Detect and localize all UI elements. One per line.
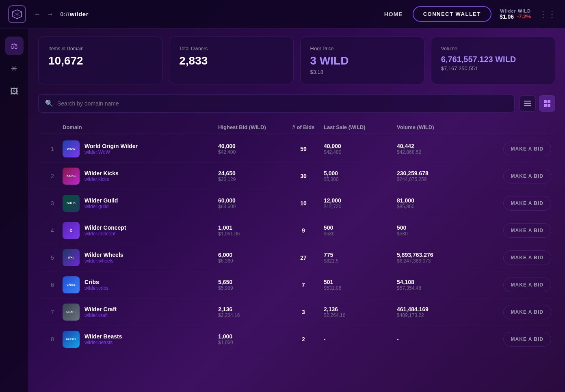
- stat-owners-label: Total Owners: [179, 46, 283, 52]
- sidebar-item-gallery[interactable]: 🖼: [5, 82, 24, 101]
- table-row[interactable]: 3 GUILD Wilder Guild wilder.guild 60,000…: [38, 190, 555, 217]
- volume-cell: 500 $530: [397, 224, 470, 237]
- table-row[interactable]: 7 CRAFT Wilder Craft wilder.craft 2,136 …: [38, 299, 555, 326]
- address-bar[interactable]: 0://wilder: [60, 11, 89, 17]
- wild-price-widget: Wilder WILD $1.06 -7.2%: [500, 9, 531, 20]
- forward-arrow[interactable]: →: [45, 10, 55, 19]
- domain-thumbnail: GUILD: [63, 195, 80, 212]
- action-cell: MAKE A BID: [470, 250, 551, 265]
- make-bid-button[interactable]: MAKE A BID: [503, 250, 551, 265]
- table-row[interactable]: 8 BEASTS Wilder Beasts wilder.beasts 1,0…: [38, 326, 555, 353]
- svg-rect-3: [544, 100, 547, 103]
- stat-volume-sub: $7,167,250,551: [441, 65, 545, 71]
- table-row[interactable]: 5 WHL Wilder Wheels wilder.wheels 6,000 …: [38, 244, 555, 271]
- domain-cell: GUILD Wilder Guild wilder.guild: [63, 195, 218, 212]
- domain-subdomain: wilder.wheels: [84, 258, 123, 264]
- domain-name: Cribs: [84, 279, 108, 285]
- top-navigation: ← → 0://wilder HOME CONNECT WALLET Wilde…: [0, 0, 565, 28]
- sidebar-item-balance[interactable]: ⚖: [5, 37, 24, 55]
- search-icon: 🔍: [45, 99, 53, 107]
- bids-cell: 30: [283, 173, 324, 179]
- make-bid-button[interactable]: MAKE A BID: [503, 305, 551, 319]
- col-action: [470, 124, 551, 130]
- make-bid-button[interactable]: MAKE A BID: [503, 169, 551, 183]
- svg-rect-4: [548, 100, 550, 103]
- sidebar-item-explore[interactable]: ✳: [5, 59, 24, 78]
- domains-table: Domain Highest Bid (WILD) # of Bids Last…: [38, 121, 555, 353]
- highest-bid-cell: 6,000 $6,360: [218, 252, 283, 264]
- search-input[interactable]: [57, 100, 508, 107]
- domain-subdomain: wilder.kicks: [84, 177, 119, 182]
- row-number: 7: [42, 309, 63, 315]
- volume-cell: 230,259.678 $244,075.259: [397, 170, 470, 182]
- stat-card-items: Items in Domain 10,672: [38, 37, 162, 84]
- row-number: 8: [42, 336, 63, 342]
- domain-name: Wilder Beasts: [84, 333, 122, 340]
- bids-cell: 27: [283, 254, 324, 261]
- col-last-sale: Last Sale (WILD): [324, 124, 397, 130]
- connect-wallet-button[interactable]: CONNECT WALLET: [413, 6, 491, 22]
- last-sale-cell: 775 $821.5: [324, 252, 397, 264]
- table-row[interactable]: 1 WOW World Origin Wilder wilder.WoW 40,…: [38, 136, 555, 163]
- highest-bid-cell: 1,001 $1,061.06: [218, 224, 283, 237]
- row-number: 3: [42, 200, 63, 207]
- table-row[interactable]: 2 KICKS Wilder Kicks wilder.kicks 24,650…: [38, 163, 555, 190]
- stat-volume-label: Volume: [441, 46, 545, 52]
- more-options-icon[interactable]: ⋮⋮: [539, 9, 557, 19]
- action-cell: MAKE A BID: [470, 332, 551, 347]
- domain-cell: C Wilder Concept wilder.concept: [63, 222, 218, 239]
- domain-name: Wilder Kicks: [84, 170, 119, 177]
- last-sale-cell: 500 $530: [324, 224, 397, 237]
- domain-subdomain: wilder.beasts: [84, 340, 122, 345]
- make-bid-button[interactable]: MAKE A BID: [503, 223, 551, 238]
- list-view-button[interactable]: [520, 95, 536, 112]
- domain-subdomain: wilder.craft: [84, 312, 117, 318]
- stat-floor-label: Floor Price: [310, 46, 414, 52]
- volume-cell: 54,108 $57,354.48: [397, 279, 470, 291]
- make-bid-button[interactable]: MAKE A BID: [503, 332, 551, 347]
- domain-subdomain: wilder.guild: [84, 204, 118, 209]
- svg-rect-2: [524, 105, 531, 106]
- stat-floor-sub: $3.18: [310, 69, 414, 75]
- row-number: 4: [42, 227, 63, 234]
- make-bid-button[interactable]: MAKE A BID: [503, 142, 551, 156]
- wild-price-value: $1.06: [500, 13, 514, 20]
- stat-items-label: Items in Domain: [48, 46, 152, 52]
- bids-cell: 9: [283, 227, 324, 234]
- action-cell: MAKE A BID: [470, 196, 551, 211]
- highest-bid-cell: 24,650 $26,129: [218, 170, 283, 182]
- table-header: Domain Highest Bid (WILD) # of Bids Last…: [38, 121, 555, 134]
- back-arrow[interactable]: ←: [32, 10, 42, 19]
- home-link[interactable]: HOME: [384, 11, 403, 17]
- action-cell: MAKE A BID: [470, 223, 551, 238]
- make-bid-button[interactable]: MAKE A BID: [503, 278, 551, 292]
- last-sale-cell: 2,136 $2,264.16: [324, 306, 397, 318]
- last-sale-cell: 501 $531.06: [324, 279, 397, 291]
- highest-bid-cell: 60,000 $63,600: [218, 197, 283, 209]
- domain-subdomain: wilder.concept: [84, 231, 126, 237]
- domain-cell: BEASTS Wilder Beasts wilder.beasts: [63, 331, 218, 348]
- last-sale-cell: 40,000 $42,400: [324, 143, 397, 155]
- svg-rect-5: [544, 104, 547, 107]
- wild-token-label: Wilder WILD: [500, 9, 531, 13]
- col-bids: # of Bids: [283, 124, 324, 130]
- highest-bid-cell: 1,000 $1,060: [218, 333, 283, 345]
- volume-cell: -: [397, 336, 470, 342]
- table-row[interactable]: 4 C Wilder Concept wilder.concept 1,001 …: [38, 217, 555, 244]
- domain-name: World Origin Wilder: [84, 143, 138, 149]
- action-cell: MAKE A BID: [470, 305, 551, 319]
- bids-cell: 7: [283, 282, 324, 288]
- logo-button[interactable]: [8, 5, 26, 23]
- wild-price-change: -7.2%: [517, 13, 531, 19]
- search-container: 🔍: [38, 94, 515, 113]
- last-sale-cell: 5,000 $5,300: [324, 170, 397, 182]
- last-sale-cell: 12,000 $12,720: [324, 197, 397, 209]
- nav-arrows: ← →: [32, 10, 55, 19]
- domain-thumbnail: C: [63, 222, 80, 239]
- volume-cell: 81,000 $85,860: [397, 197, 470, 209]
- table-row[interactable]: 6 CRIBS Cribs wilder.cribs 5,650 $5,989 …: [38, 271, 555, 299]
- domain-thumbnail: WHL: [63, 249, 80, 266]
- view-toggle: [520, 95, 555, 112]
- make-bid-button[interactable]: MAKE A BID: [503, 196, 551, 211]
- grid-view-button[interactable]: [539, 95, 555, 112]
